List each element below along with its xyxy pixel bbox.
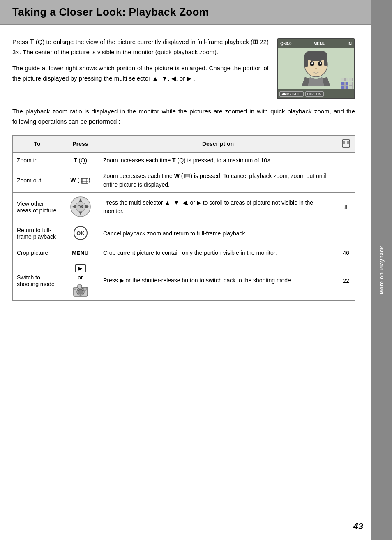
cell-to-return: Return to full-frame playback xyxy=(13,222,62,245)
cell-ref-crop: 46 xyxy=(337,245,355,261)
w-icon-desc xyxy=(184,174,190,178)
grid-cell-8 xyxy=(345,85,349,89)
cam-in-label: IN xyxy=(348,42,352,46)
table-row-return-fullframe: Return to full-frame playback OK Cancel … xyxy=(13,222,355,245)
cam-bottom-bar: ◀▶=SCROLL Q=ZOOM xyxy=(278,89,354,98)
svg-text:OK: OK xyxy=(77,205,84,209)
svg-rect-22 xyxy=(185,174,190,178)
col-header-press: Press xyxy=(62,135,99,152)
svg-point-40 xyxy=(78,289,83,294)
cell-desc-view-areas: Press the multi selector ▲, ▼, ◀, or ▶ t… xyxy=(99,192,337,222)
svg-rect-42 xyxy=(74,287,76,289)
t-label-desc: T xyxy=(172,157,176,164)
multi-selector-icon: OK ⊙ ⊠ xyxy=(70,196,91,217)
cell-desc-zoom-in: Zoom increases each time T (Q) is presse… xyxy=(99,152,337,168)
zoom-in-press-label: T xyxy=(74,157,77,164)
ok-circle-icon: OK xyxy=(73,226,88,240)
col-header-description: Description xyxy=(99,135,337,152)
w-label-desc: W xyxy=(174,173,180,179)
main-content: Press T (Q) to enlarge the view of the p… xyxy=(0,25,367,317)
cam-scroll-btn: ◀▶=SCROLL xyxy=(279,91,304,97)
third-paragraph: The playback zoom ratio is displayed in … xyxy=(12,106,355,127)
table-row-zoom-in: Zoom in T (Q) Zoom increases each time T… xyxy=(13,152,355,168)
cam-zoom-label: Q×3.0 xyxy=(280,42,292,46)
ref-icon xyxy=(341,139,350,148)
shutter-icon xyxy=(72,282,89,297)
header-bar: Taking a Closer Look: Playback Zoom xyxy=(0,0,392,25)
svg-rect-41 xyxy=(78,285,82,288)
menu-label: MENU xyxy=(72,250,88,256)
intro-paragraph1: Press T (Q) to enlarge the view of the p… xyxy=(12,37,269,58)
cam-top-bar: Q×3.0 MENU IN xyxy=(278,39,354,48)
operations-table: To Press Description xyxy=(12,135,355,301)
svg-point-7 xyxy=(320,62,321,64)
svg-point-6 xyxy=(311,62,313,64)
grid-cell-3 xyxy=(349,78,353,81)
grid-cell-2 xyxy=(345,78,349,81)
cell-ref-return: – xyxy=(337,222,355,245)
cam-grid xyxy=(341,78,353,89)
cell-press-switch: ▶ or xyxy=(62,261,99,300)
grid-cell-6 xyxy=(349,82,353,85)
camera-image: Q×3.0 MENU IN xyxy=(277,38,355,99)
cell-ref-view-areas: 8 xyxy=(337,192,355,222)
intro-text-block: Press T (Q) to enlarge the view of the p… xyxy=(12,37,269,99)
cell-to-switch: Switch to shooting mode xyxy=(13,261,62,300)
right-sidebar: More on Playback xyxy=(371,0,392,540)
table-row-zoom-out: Zoom out W ( ) Zoom decreases each time … xyxy=(13,168,355,192)
table-row-switch-shoot: Switch to shooting mode ▶ or xyxy=(13,261,355,300)
cell-desc-crop: Crop current picture to contain only the… xyxy=(99,245,337,261)
intro-paragraph2: The guide at lower right shows which por… xyxy=(12,63,269,84)
svg-text:⊠: ⊠ xyxy=(85,205,88,208)
cam-menu-label: MENU xyxy=(314,42,325,46)
cell-to-zoom-in: Zoom in xyxy=(13,152,62,168)
camera-screen-inner: Q×3.0 MENU IN xyxy=(278,39,354,98)
svg-point-8 xyxy=(315,68,317,69)
cell-to-crop: Crop picture xyxy=(13,245,62,261)
svg-text:⊙: ⊙ xyxy=(73,205,76,208)
svg-rect-2 xyxy=(304,55,308,67)
cell-desc-zoom-out: Zoom decreases each time W ( ) is presse… xyxy=(99,168,337,192)
press-or-layout: ▶ or xyxy=(66,264,95,297)
grid-cell-5 xyxy=(345,82,349,85)
grid-cell-4 xyxy=(341,82,345,85)
col-header-ref xyxy=(337,135,355,152)
table-row-crop: Crop picture MENU Crop current picture t… xyxy=(13,245,355,261)
camera-screen: Q×3.0 MENU IN xyxy=(277,38,355,99)
intro-section: Press T (Q) to enlarge the view of the p… xyxy=(12,37,355,99)
svg-rect-17 xyxy=(81,178,88,183)
grid-cell-1 xyxy=(341,78,345,81)
zoom-out-press-label: W xyxy=(70,177,76,183)
page-container: Taking a Closer Look: Playback Zoom More… xyxy=(0,0,392,540)
cell-press-zoom-out: W ( ) xyxy=(62,168,99,192)
w-icon xyxy=(81,178,88,184)
icon-book: ⊞ xyxy=(253,38,258,45)
table-row-view-areas: View other areas of picture xyxy=(13,192,355,222)
cell-desc-switch: Press ▶ or the shutter-release button to… xyxy=(99,261,337,300)
col-header-to: To xyxy=(13,135,62,152)
cell-ref-switch: 22 xyxy=(337,261,355,300)
cell-press-return: OK xyxy=(62,222,99,245)
cell-press-crop: MENU xyxy=(62,245,99,261)
cell-ref-zoom-in: – xyxy=(337,152,355,168)
cell-press-zoom-in: T (Q) xyxy=(62,152,99,168)
svg-rect-43 xyxy=(83,288,86,290)
page-title: Taking a Closer Look: Playback Zoom xyxy=(12,6,209,18)
or-label: or xyxy=(78,274,83,281)
cell-ref-zoom-out: – xyxy=(337,168,355,192)
page-number: 43 xyxy=(353,521,363,532)
cam-zoom-btn: Q=ZOOM xyxy=(305,91,324,97)
svg-text:OK: OK xyxy=(76,230,85,236)
sidebar-label: More on Playback xyxy=(378,246,385,295)
table-header-row: To Press Description xyxy=(13,135,355,152)
cell-to-zoom-out: Zoom out xyxy=(13,168,62,192)
cell-to-view-areas: View other areas of picture xyxy=(13,192,62,222)
cell-press-view-areas: OK ⊙ ⊠ xyxy=(62,192,99,222)
play-button-icon: ▶ xyxy=(75,264,86,272)
face-svg xyxy=(297,51,334,86)
svg-rect-3 xyxy=(324,55,327,66)
grid-cell-7 xyxy=(341,85,345,89)
t-button-label: T xyxy=(30,38,34,45)
cell-desc-return: Cancel playback zoom and return to full-… xyxy=(99,222,337,245)
grid-cell-9 xyxy=(349,85,353,89)
